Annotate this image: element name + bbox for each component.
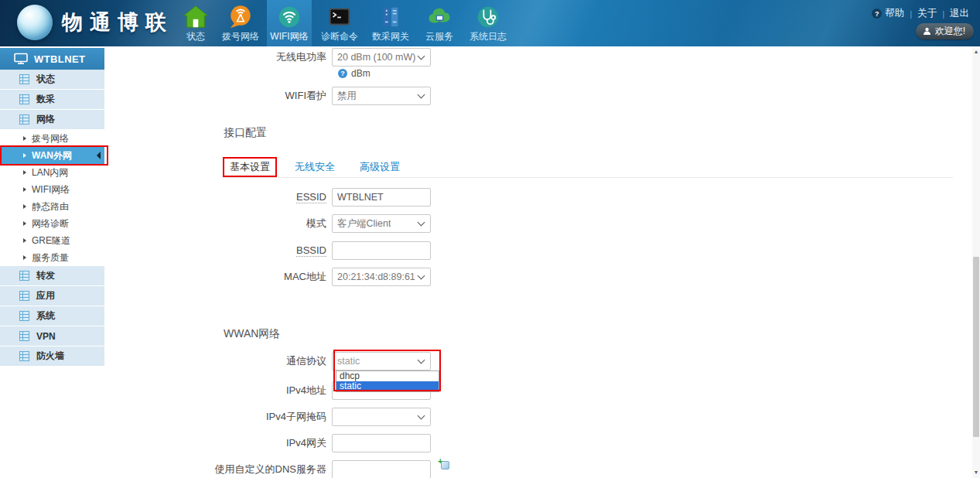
tab-advanced-settings[interactable]: 高级设置	[353, 157, 407, 177]
add-entry-icon[interactable]: +	[439, 459, 449, 469]
sidebar-item-network[interactable]: 网络	[0, 110, 104, 129]
sidebar-item-status[interactable]: 状态	[0, 70, 104, 89]
sidebar-item-label: 应用	[36, 289, 55, 302]
essid-label: ESSID	[296, 191, 326, 203]
topnav-dial-network[interactable]: 拨号网络	[218, 0, 263, 46]
home-icon	[182, 3, 210, 31]
bssid-input[interactable]	[332, 241, 431, 260]
section-title-interface: 接口配置	[224, 126, 267, 140]
sidebar-item-application[interactable]: 应用	[0, 286, 104, 306]
divider: |	[942, 9, 944, 19]
grid-icon	[19, 74, 29, 84]
sidebar-item-gre-tunnel[interactable]: GRE隧道	[0, 232, 104, 249]
field-row-essid: ESSID	[104, 188, 431, 207]
device-name: WTBLNET	[34, 53, 85, 65]
logout-label: 退出	[950, 7, 969, 20]
sidebar-item-label: 服务质量	[32, 251, 69, 265]
tab-bar: 基本设置 无线安全 高级设置	[223, 157, 407, 177]
scroll-up-arrow[interactable]: ▲	[972, 48, 980, 56]
topnav-system-log[interactable]: 系统日志	[466, 0, 510, 46]
sidebar-item-firewall[interactable]: 防火墙	[0, 347, 104, 366]
bssid-label: BSSID	[296, 244, 326, 257]
topnav-label: 状态	[173, 31, 218, 42]
sidebar-item-network-diagnosis[interactable]: 网络诊断	[0, 215, 104, 232]
monitor-icon	[14, 53, 28, 65]
sidebar-item-dial-network[interactable]: 拨号网络	[0, 130, 104, 147]
topnav-wifi-network[interactable]: WIFI网络	[267, 0, 312, 46]
field-row-mode: 模式 客户端Client	[104, 214, 431, 233]
unit-text: dBm	[351, 68, 370, 79]
select-value: 客户端Client	[337, 217, 391, 230]
field-row-protocol: 通信协议 static	[104, 352, 431, 370]
ipv4-gateway-input[interactable]	[332, 434, 431, 452]
sidebar-item-label: LAN内网	[32, 166, 68, 179]
sidebar-item-label: 数采	[36, 93, 55, 106]
welcome-text: 欢迎您!	[935, 25, 965, 38]
tab-wireless-security[interactable]: 无线安全	[288, 157, 342, 177]
brand-name: 物通博联	[62, 9, 173, 36]
sidebar-item-wan[interactable]: WAN外网	[0, 147, 104, 164]
field-label: IPv4网关	[104, 434, 332, 452]
grid-icon	[19, 271, 29, 281]
stethoscope-icon	[474, 3, 502, 31]
dropdown-option-static[interactable]: static	[336, 381, 439, 391]
triangle-left-icon	[97, 152, 101, 159]
tab-basic-settings[interactable]: 基本设置	[223, 157, 277, 177]
scrollbar-thumb[interactable]	[973, 257, 979, 437]
grid-icon	[19, 94, 29, 104]
field-label: 无线电功率	[104, 48, 332, 67]
mac-select[interactable]: 20:21:34:d8:89:61	[332, 268, 431, 286]
field-row-mac: MAC地址 20:21:34:d8:89:61	[104, 268, 431, 286]
triangle-right-icon	[23, 238, 26, 243]
topnav-status[interactable]: 状态	[173, 0, 218, 46]
select-value: 20:21:34:d8:89:61	[337, 271, 415, 282]
field-row-wifi-guard: WIFI看护 禁用	[104, 87, 431, 105]
dns-input[interactable]	[332, 460, 431, 478]
protocol-select[interactable]: static	[332, 352, 431, 370]
topnav-label: 系统日志	[466, 31, 510, 42]
topnav-cloud-service[interactable]: 云服务	[417, 0, 462, 46]
logout-link[interactable]: 退出	[950, 7, 969, 20]
scrollbar[interactable]: ▲ ▼	[972, 46, 980, 478]
sidebar-item-wifi[interactable]: WIFI网络	[0, 181, 104, 198]
about-link[interactable]: 关于	[917, 7, 937, 20]
ipv4-netmask-select[interactable]	[332, 408, 431, 426]
router-admin-page: 物通博联 状态 拨号网络 WIFI网络 诊断命令	[0, 0, 980, 478]
sidebar-item-system[interactable]: 系统	[0, 306, 104, 326]
radio-power-select[interactable]: 20 dBm (100 mW)	[332, 48, 431, 67]
help-link[interactable]: ?帮助	[872, 7, 904, 20]
sidebar-item-qos[interactable]: 服务质量	[0, 249, 104, 266]
topnav-data-gateway[interactable]: 数采网关	[368, 0, 413, 46]
protocol-dropdown-list: dhcp static	[336, 370, 439, 392]
sidebar-item-label: 状态	[36, 73, 55, 86]
sidebar-item-static-route[interactable]: 静态路由	[0, 198, 104, 215]
sidebar-item-label: VPN	[36, 331, 56, 342]
topnav-diagnostic-command[interactable]: 诊断命令	[317, 0, 362, 46]
wifi-guard-select[interactable]: 禁用	[332, 87, 431, 105]
sidebar-item-forwarding[interactable]: 转发	[0, 266, 104, 285]
field-row-dns: 使用自定义的DNS服务器	[104, 460, 431, 478]
field-row-ipv4-netmask: IPv4子网掩码	[104, 408, 431, 426]
scroll-down-arrow[interactable]: ▼	[972, 469, 980, 476]
cloud-icon	[425, 3, 453, 31]
welcome-badge[interactable]: 欢迎您!	[916, 23, 974, 39]
sidebar-device-title[interactable]: WTBLNET	[0, 48, 104, 70]
topnav-label: 云服务	[417, 31, 462, 42]
field-label: IPv4子网掩码	[104, 408, 332, 426]
user-icon	[923, 27, 931, 36]
sidebar-item-vpn[interactable]: VPN	[0, 326, 104, 346]
grid-icon	[19, 291, 29, 301]
sidebar-item-lan[interactable]: LAN内网	[0, 164, 104, 181]
sidebar-item-label: WIFI网络	[32, 183, 70, 196]
brand-logo: 物通博联	[17, 5, 173, 40]
essid-input[interactable]	[332, 188, 431, 207]
triangle-right-icon	[23, 221, 26, 226]
sidebar-item-data-collection[interactable]: 数采	[0, 90, 104, 109]
sidebar-item-label: 防火墙	[36, 350, 64, 363]
unit-hint: ? dBm	[338, 68, 370, 79]
chevron-down-icon	[418, 52, 425, 60]
field-row-radio-power: 无线电功率 20 dBm (100 mW)	[104, 48, 431, 67]
grid-icon	[19, 114, 29, 125]
field-label: 模式	[104, 214, 332, 233]
mode-select[interactable]: 客户端Client	[332, 214, 431, 233]
